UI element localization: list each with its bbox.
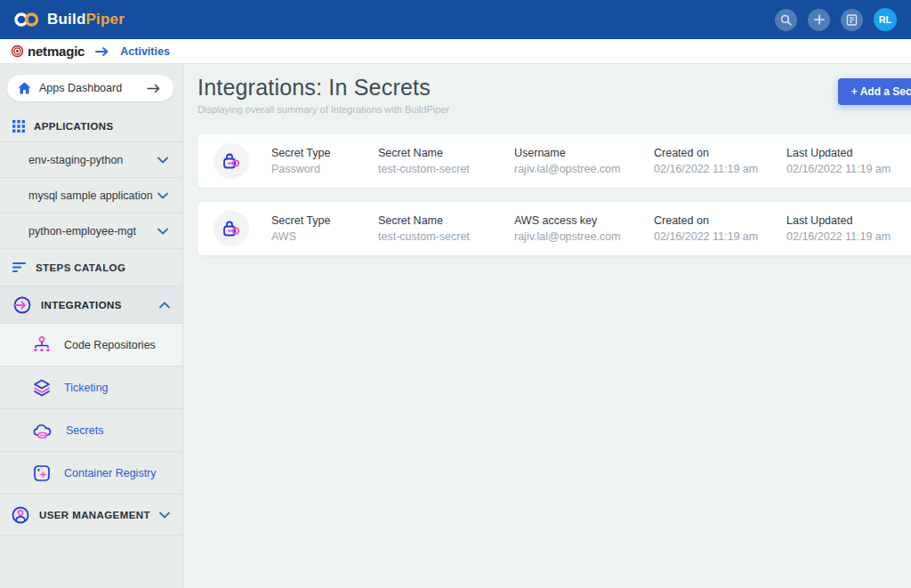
page-subtitle: Displaying overall summary of Integratio… (198, 104, 449, 115)
secret-card-password: Secret Type Password Secret Name test-cu… (198, 134, 911, 188)
secrets-label: Secrets (66, 424, 103, 437)
secret-icon-bubble (214, 211, 249, 246)
secret-name-label: Secret Name (378, 214, 514, 227)
add-secret-button[interactable]: + Add a Secret (838, 78, 911, 105)
user-management-label: USER MANAGEMENT (39, 510, 150, 520)
infinity-logo-icon (14, 12, 39, 28)
activity-log-button[interactable] (841, 9, 863, 31)
chevron-up-icon (159, 302, 170, 309)
integrations-label: INTEGRATIONS (41, 300, 150, 310)
ticketing-label: Ticketing (64, 382, 109, 394)
breadcrumb-activities-link[interactable]: Activities (120, 45, 170, 58)
lock-icon (221, 150, 242, 172)
secret-type-value: Password (271, 163, 378, 175)
sidebar-item-code-repositories[interactable]: Code Repositories (0, 324, 182, 366)
page-title: Integrations: In Secrets (198, 75, 449, 101)
secrets-icon (32, 422, 53, 439)
user-management-icon (11, 505, 30, 525)
last-updated-label: Last Updated (786, 214, 911, 227)
secret-card-aws: Secret Type AWS Secret Name test-custom-… (198, 202, 911, 255)
sidebar-item-env-staging-python[interactable]: env-staging-python (0, 142, 182, 178)
secret-name-value: test-custom-secret (378, 163, 514, 175)
code-repositories-label: Code Repositories (64, 339, 156, 351)
sidebar: Apps Dashboard APPLICATIONS env-staging-… (0, 64, 183, 588)
sidebar-item-python-employee-mgt[interactable]: python-employee-mgt (0, 213, 182, 249)
plus-icon (814, 14, 825, 25)
notes-icon (846, 14, 858, 26)
org-name: netmagic (28, 44, 85, 59)
user-avatar[interactable]: RL (874, 8, 897, 31)
last-updated-value: 02/16/2022 11:19 am (786, 163, 911, 175)
sidebar-section-user-management[interactable]: USER MANAGEMENT (0, 495, 182, 536)
chevron-down-icon (157, 192, 168, 199)
secret-icon-bubble (214, 143, 249, 179)
add-button-topbar[interactable] (808, 9, 830, 31)
main-content: Integrations: In Secrets Displaying over… (183, 64, 911, 588)
container-registry-label: Container Registry (64, 467, 157, 479)
last-updated-label: Last Updated (786, 147, 911, 159)
search-button[interactable] (775, 9, 797, 31)
brand-build: Build (47, 11, 86, 28)
last-updated-value: 02/16/2022 11:19 am (786, 230, 911, 243)
top-navbar: BuildPiper RL (0, 0, 911, 39)
netmagic-logo[interactable]: netmagic (11, 44, 85, 59)
sidebar-item-mysql-sample-application[interactable]: mysql sample application (0, 178, 182, 213)
credential-label: AWS access key (514, 214, 654, 227)
app-item-label: python-employee-mgt (28, 225, 157, 238)
arrow-right-icon (95, 46, 109, 57)
chevron-down-icon (157, 228, 168, 235)
netmagic-icon (11, 44, 24, 58)
steps-catalog-label: STEPS CATALOG (36, 262, 170, 273)
secret-name-label: Secret Name (378, 147, 514, 159)
sidebar-section-steps-catalog[interactable]: STEPS CATALOG (0, 249, 182, 286)
search-icon (780, 14, 792, 26)
container-registry-icon (32, 463, 52, 483)
chevron-down-icon (157, 157, 168, 164)
steps-catalog-icon (12, 262, 27, 273)
sidebar-section-integrations[interactable]: INTEGRATIONS (0, 286, 182, 324)
secret-type-label: Secret Type (271, 147, 378, 159)
chevron-down-icon (159, 511, 170, 519)
ticketing-icon (32, 378, 52, 398)
brand-piper: Piper (86, 11, 125, 28)
integrations-icon (12, 295, 32, 315)
created-on-value: 02/16/2022 11:19 am (654, 230, 786, 243)
app-item-label: env-staging-python (28, 154, 157, 166)
lock-icon (221, 218, 242, 239)
home-icon (18, 82, 31, 94)
created-on-label: Created on (654, 147, 786, 159)
app-item-label: mysql sample application (28, 189, 157, 202)
secret-type-label: Secret Type (271, 214, 378, 227)
code-repositories-icon (32, 335, 52, 355)
grid-icon (12, 120, 25, 133)
brand-text: BuildPiper (47, 11, 125, 28)
breadcrumb: netmagic Activities (0, 39, 911, 64)
sidebar-item-secrets[interactable]: Secrets (0, 409, 182, 452)
sidebar-item-container-registry[interactable]: Container Registry (0, 452, 182, 495)
applications-header-label: APPLICATIONS (34, 121, 114, 132)
arrow-right-icon (147, 84, 161, 93)
apps-dashboard-label: Apps Dashboard (39, 82, 139, 94)
secret-type-value: AWS (271, 230, 378, 243)
topbar-actions: RL (775, 8, 897, 31)
sidebar-item-ticketing[interactable]: Ticketing (0, 366, 182, 409)
buildpiper-logo[interactable]: BuildPiper (14, 11, 125, 28)
sidebar-section-applications[interactable]: APPLICATIONS (0, 110, 182, 142)
apps-dashboard-button[interactable]: Apps Dashboard (7, 75, 173, 101)
credential-value: rajiv.lal@opstree.com (514, 230, 654, 243)
credential-label: Username (514, 147, 654, 159)
created-on-value: 02/16/2022 11:19 am (654, 163, 786, 175)
created-on-label: Created on (654, 214, 786, 227)
credential-value: rajiv.lal@opstree.com (514, 163, 654, 175)
secret-name-value: test-custom-secret (378, 230, 514, 243)
